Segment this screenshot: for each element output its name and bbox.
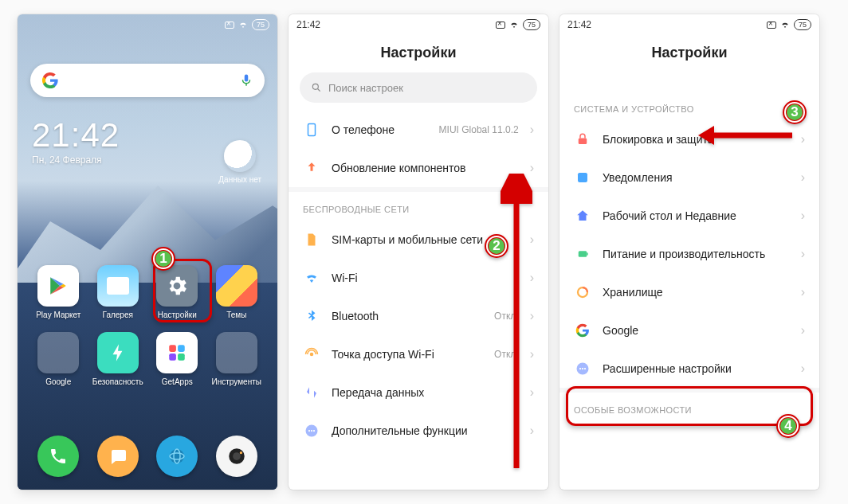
search-input[interactable]: Поиск настроек [300,72,537,103]
row-hotspot[interactable]: Точка доступа Wi-Fi Откл. › [289,335,548,373]
notification-icon [574,169,591,186]
page-title: Настройки [559,35,819,72]
wifi-icon [303,269,320,287]
folder-google[interactable]: Google [31,332,85,386]
svg-rect-25 [579,139,587,145]
row-google[interactable]: Google › [559,311,819,350]
status-bar: 21:42 75 [289,14,548,35]
home-icon [574,207,591,225]
badge-3-number: 3 [781,99,808,126]
search-placeholder: Поиск настроек [328,82,403,94]
dock-camera[interactable] [216,436,257,477]
row-wifi-label: Wi-Fi [332,272,508,284]
app-security[interactable]: Безопасность [91,332,145,386]
battery-indicator: 75 [252,19,269,30]
app-security-label: Безопасность [91,377,145,386]
row-notifications[interactable]: Уведомления › [559,158,819,197]
mic-icon[interactable] [239,73,253,88]
svg-rect-1 [178,345,185,352]
update-arrow-icon [303,159,320,177]
row-data[interactable]: Передача данных › [289,373,548,412]
svg-point-18 [308,430,310,432]
row-more[interactable]: Дополнительные функции › [289,412,548,450]
svg-point-4 [170,449,184,463]
weather-text: Данных нет [218,175,261,184]
row-advanced[interactable]: Расширенные настройки › [559,350,819,388]
app-themes[interactable]: Темы [210,265,264,319]
dock [18,436,277,477]
svg-rect-28 [587,253,588,256]
weather-cloud-icon [224,140,256,172]
dock-messages[interactable] [97,436,139,477]
row-home-screen[interactable]: Рабочий стол и Недавние › [559,197,819,235]
svg-rect-15 [308,124,316,136]
section-wireless-header: БЕСПРОВОДНЫЕ СЕТИ [289,192,548,221]
chevron-right-icon: › [801,170,805,185]
chevron-right-icon: › [530,309,534,323]
callout-badge-3: 3 [781,99,808,126]
row-storage[interactable]: Хранилище › [559,273,819,311]
chevron-right-icon: › [801,285,805,299]
row-lock[interactable]: Блокировка и защита › [559,120,819,158]
row-bluetooth[interactable]: Bluetooth Откл. › [289,297,548,335]
svg-rect-0 [170,345,177,352]
row-power-label: Питание и производительность [603,248,790,260]
battery-indicator: 75 [523,19,540,30]
themes-icon [216,265,257,307]
folder-tools-label: Инструменты [210,377,264,386]
row-data-label: Передача данных [332,386,519,399]
row-lock-label: Блокировка и защита [603,133,790,146]
chevron-right-icon: › [530,347,534,361]
battery-icon [574,245,591,263]
svg-rect-2 [170,354,177,361]
row-bt-label: Bluetooth [332,310,483,322]
chevron-right-icon: › [801,361,805,376]
google-search-bar[interactable] [30,64,265,97]
badge-4-number: 4 [775,412,802,440]
status-time: 21:42 [296,19,320,30]
svg-rect-3 [178,354,185,361]
bluetooth-icon [303,307,320,325]
phone-outline-icon [303,121,320,139]
row-notif-label: Уведомления [603,171,790,184]
sim-off-icon [496,21,505,29]
app-gallery-label: Галерея [91,311,145,319]
dock-phone[interactable] [37,436,79,477]
phone-icon [49,447,68,466]
app-getapps[interactable]: GetApps [150,332,204,386]
app-gallery[interactable]: Галерея [91,265,145,319]
chevron-right-icon: › [530,123,534,137]
chevron-right-icon: › [530,424,534,438]
row-about-phone[interactable]: О телефоне MIUI Global 11.0.2 › [289,111,548,149]
svg-point-8 [233,452,241,460]
row-update[interactable]: Обновление компонентов › [289,149,548,187]
row-home-label: Рабочий стол и Недавние [603,209,790,222]
gallery-icon [107,277,129,295]
folder-tools[interactable]: Инструменты [210,332,264,386]
svg-rect-26 [578,173,587,182]
shield-bolt-icon [108,342,128,363]
camera-icon [226,446,247,467]
badge-1-number: 1 [150,245,177,272]
chevron-right-icon: › [530,385,534,400]
app-themes-label: Темы [210,311,264,319]
row-wifi[interactable]: Wi-Fi › [289,259,548,297]
svg-rect-27 [579,251,587,257]
app-play-market[interactable]: Play Маркет [31,265,85,319]
row-storage-label: Хранилище [603,286,790,299]
callout-badge-4: 4 [775,412,802,440]
search-icon [311,82,322,93]
chevron-right-icon: › [801,247,805,261]
row-hotspot-label: Точка доступа Wi-Fi [332,348,483,361]
svg-point-9 [240,451,242,454]
svg-line-14 [318,89,320,92]
dock-browser[interactable] [156,436,198,477]
chevron-right-icon: › [530,232,534,247]
row-about-label: О телефоне [332,123,428,136]
row-about-value: MIUI Global 11.0.2 [439,124,519,135]
page-title: Настройки [289,35,548,72]
google-g-icon [41,72,59,89]
row-power[interactable]: Питание и производительность › [559,235,819,273]
weather-widget[interactable]: Данных нет [218,140,261,184]
hotspot-icon [303,346,320,363]
